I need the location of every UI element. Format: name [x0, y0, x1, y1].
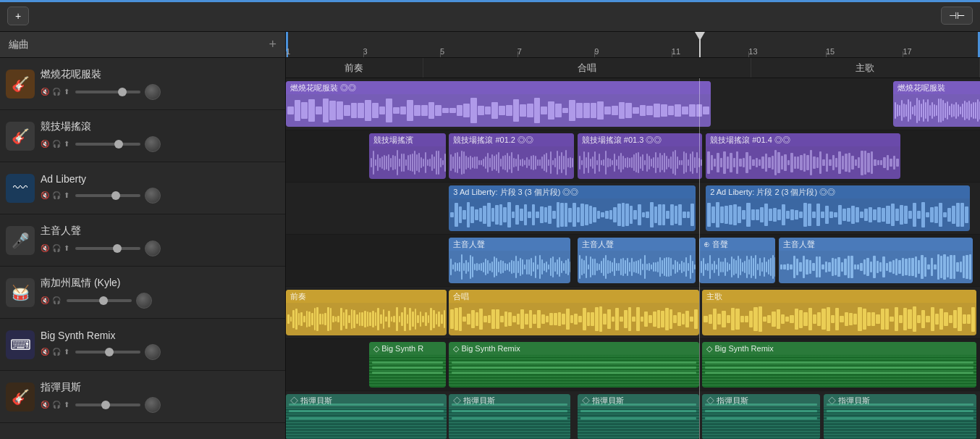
clip-track3-0[interactable]: 主音人聲: [449, 238, 570, 283]
lane-6[interactable]: ◇ 指彈貝斯◇ 指彈貝斯◇ 指彈貝斯◇ 指彈貝斯◇ 指彈貝斯: [286, 391, 980, 439]
track-volume-slider-1[interactable]: [75, 143, 140, 146]
add-track-button[interactable]: +: [7, 7, 29, 25]
track-mute-icon-3[interactable]: 🔇: [41, 244, 49, 252]
track-mute-icon-1[interactable]: 🔇: [41, 140, 49, 148]
clip-track3-3[interactable]: 主音人聲: [779, 238, 973, 283]
track-item-3[interactable]: 🎤主音人聲🔇🎧⬆: [0, 214, 285, 267]
track-volume-slider-0[interactable]: [75, 91, 140, 93]
waveform-bar: [756, 158, 758, 167]
track-headphone-icon-5[interactable]: 🎧: [52, 348, 61, 356]
track-mic-icon-6[interactable]: ⬆: [64, 401, 69, 409]
track-mic-icon-0[interactable]: ⬆: [64, 88, 69, 96]
waveform-bar: [588, 264, 589, 269]
track-volume-slider-2[interactable]: [75, 194, 140, 197]
clip-track2-1[interactable]: 2 Ad Liberty: 片段 2 (3 個片段) ◎◎: [706, 185, 969, 231]
clip-track6-1[interactable]: ◇ 指彈貝斯: [449, 394, 570, 439]
clip-track6-2[interactable]: ◇ 指彈貝斯: [578, 394, 699, 439]
track-mute-icon-5[interactable]: 🔇: [41, 348, 49, 356]
waveform-bar: [478, 106, 484, 115]
clip-track5-2[interactable]: ◇ Big Synth Remix: [702, 342, 976, 388]
track-knob-3[interactable]: [145, 241, 161, 256]
clip-track6-0[interactable]: ◇ 指彈貝斯: [286, 394, 447, 439]
track-item-0[interactable]: 🎸燃燒花呢服裝🔇🎧⬆: [0, 58, 285, 110]
clip-track0-1[interactable]: 燃燒花呢服裝: [893, 81, 980, 127]
track-headphone-icon-3[interactable]: 🎧: [52, 244, 61, 252]
clip-track1-2[interactable]: 競技場搖滾 #01.3 ◎◎: [578, 133, 703, 179]
waveform-bar: [917, 211, 921, 219]
waveform-bar: [504, 155, 506, 170]
section-label-2[interactable]: 主歌: [751, 58, 980, 78]
track-slider-thumb-3: [113, 244, 122, 253]
waveform-bar: [635, 153, 637, 173]
waveform-bar: [799, 310, 803, 328]
waveform-bar: [470, 255, 471, 279]
track-mute-icon-0[interactable]: 🔇: [41, 88, 49, 96]
track-headphone-icon-0[interactable]: 🎧: [52, 88, 61, 96]
track-mic-icon-1[interactable]: ⬆: [64, 140, 69, 148]
sidebar-add-button[interactable]: +: [269, 37, 276, 52]
clip-track1-3[interactable]: 競技場搖滾 #01.4 ◎◎: [706, 133, 900, 179]
waveform-bar: [531, 156, 532, 169]
waveform-bar: [483, 206, 486, 225]
clip-track3-1[interactable]: 主音人聲: [578, 238, 696, 283]
track-knob-6[interactable]: [145, 397, 161, 413]
track-volume-slider-5[interactable]: [75, 351, 140, 354]
clip-track5-1[interactable]: ◇ Big Synth Remix: [449, 342, 698, 388]
track-knob-0[interactable]: [145, 84, 161, 100]
track-headphone-icon-4[interactable]: 🎧: [52, 296, 61, 304]
waveform-bar: [457, 263, 458, 270]
track-item-2[interactable]: 〰Ad Liberty🔇🎧⬆: [0, 162, 285, 214]
track-headphone-icon-6[interactable]: 🎧: [52, 401, 61, 409]
waveform-bar: [794, 156, 796, 168]
smart-controls-button[interactable]: ⊣⊢: [941, 7, 973, 25]
waveform-bar: [388, 311, 390, 327]
track-item-5[interactable]: ⌨Big Synth Remix🔇🎧⬆: [0, 319, 285, 371]
waveform-bar: [774, 257, 775, 277]
clip-track4-2[interactable]: 主歌: [702, 290, 976, 335]
track-knob-2[interactable]: [145, 188, 161, 204]
track-volume-slider-4[interactable]: [67, 299, 132, 302]
track-mute-icon-4[interactable]: 🔇: [41, 296, 49, 304]
track-volume-slider-3[interactable]: [75, 247, 140, 250]
lane-2[interactable]: 3 Ad Liberty: 片段 3 (3 個片段) ◎◎2 Ad Libert…: [286, 183, 980, 235]
clip-track4-0[interactable]: 前奏: [286, 290, 447, 335]
lane-3[interactable]: 主音人聲主音人聲⊕ 音聲主音人聲: [286, 235, 980, 287]
lane-5[interactable]: ◇ Big Synth R◇ Big Synth Remix◇ Big Synt…: [286, 339, 980, 391]
clip-track5-0[interactable]: ◇ Big Synth R: [369, 342, 445, 388]
waveform-bar: [966, 255, 968, 278]
clip-track1-0[interactable]: 競技場搖濱: [369, 133, 445, 179]
track-item-1[interactable]: 🎸競技場搖滾🔇🎧⬆: [0, 110, 285, 162]
waveform-bar: [967, 314, 971, 323]
clip-track2-0[interactable]: 3 Ad Liberty: 片段 3 (3 個片段) ◎◎: [449, 185, 695, 231]
lane-1[interactable]: 競技場搖濱競技場搖滾 #01.2 ◎◎競技場搖滾 #01.3 ◎◎競技場搖滾 #…: [286, 130, 980, 183]
clip-midi-pattern-track6-4: [824, 407, 976, 439]
track-mic-icon-5[interactable]: ⬆: [64, 348, 69, 356]
track-mute-icon-6[interactable]: 🔇: [41, 401, 49, 409]
track-knob-5[interactable]: [145, 344, 161, 360]
section-label-1[interactable]: 合唱: [423, 58, 751, 78]
playhead-ruler[interactable]: [699, 32, 701, 57]
waveform-bar: [733, 158, 735, 167]
track-headphone-icon-2[interactable]: 🎧: [52, 191, 61, 199]
clip-track3-2[interactable]: ⊕ 音聲: [699, 238, 775, 283]
clip-track1-1[interactable]: 競技場搖滾 #01.2 ◎◎: [449, 133, 574, 179]
track-mute-icon-2[interactable]: 🔇: [41, 191, 49, 199]
clip-track6-3[interactable]: ◇ 指彈貝斯: [702, 394, 820, 439]
lane-4[interactable]: 前奏合唱主歌: [286, 287, 980, 339]
track-mic-icon-3[interactable]: ⬆: [64, 244, 69, 252]
track-item-6[interactable]: 🎸指彈貝斯🔇🎧⬆: [0, 371, 285, 423]
clip-track0-0[interactable]: 燃燒花呢服裝 ◎◎: [286, 81, 711, 127]
clip-track4-1[interactable]: 合唱: [449, 290, 698, 335]
track-knob-1[interactable]: [145, 136, 161, 152]
section-label-0[interactable]: 前奏: [286, 58, 423, 78]
track-headphone-icon-1[interactable]: 🎧: [52, 140, 61, 148]
track-volume-slider-6[interactable]: [75, 404, 140, 406]
track-mic-icon-2[interactable]: ⬆: [64, 191, 69, 199]
lane-0[interactable]: 燃燒花呢服裝 ◎◎燃燒花呢服裝: [286, 78, 980, 130]
track-knob-4[interactable]: [136, 293, 152, 309]
waveform-bar: [825, 262, 827, 272]
track-item-4[interactable]: 🥁南加州風情 (Kyle)🔇🎧: [0, 267, 285, 319]
waveform-bar: [565, 260, 567, 274]
clip-track6-4[interactable]: ◇ 指彈貝斯: [824, 394, 976, 439]
ruler[interactable]: 135791113151719: [286, 32, 980, 58]
